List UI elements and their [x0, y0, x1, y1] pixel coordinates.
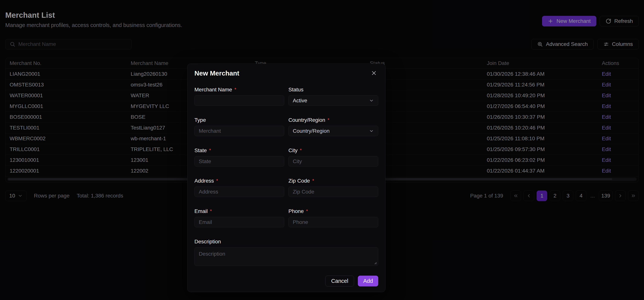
label-text: Merchant Name — [194, 87, 232, 93]
phone-label: Phone * — [288, 208, 378, 214]
label-text: Zip Code — [288, 178, 310, 184]
status-label: Status — [288, 87, 378, 93]
state-label: State * — [194, 148, 284, 153]
city-input[interactable] — [288, 156, 378, 166]
modal-title: New Merchant — [194, 69, 239, 77]
type-input[interactable] — [194, 126, 284, 136]
state-input[interactable] — [194, 156, 284, 166]
country-select[interactable]: Country/Region — [288, 126, 378, 136]
label-text: City — [288, 148, 298, 153]
field-type: Type — [194, 117, 284, 136]
email-input[interactable] — [194, 217, 284, 227]
city-label: City * — [288, 148, 378, 153]
type-label: Type — [194, 117, 284, 123]
email-label: Email * — [194, 208, 284, 214]
modal-header: New Merchant — [194, 69, 378, 78]
phone-input[interactable] — [288, 217, 378, 227]
label-text: Phone — [288, 208, 304, 214]
field-zip: Zip Code * — [288, 178, 378, 197]
label-text: Status — [288, 87, 303, 93]
cancel-button[interactable]: Cancel — [325, 276, 354, 287]
address-label: Address * — [194, 178, 284, 184]
required-asterisk: * — [300, 148, 302, 153]
label-text: Type — [194, 117, 206, 123]
label-text: Address — [194, 178, 214, 184]
description-textarea-wrap — [194, 247, 378, 267]
field-phone: Phone * — [288, 208, 378, 227]
zip-code-input[interactable] — [288, 186, 378, 197]
field-state: State * — [194, 148, 284, 166]
required-asterisk: * — [210, 208, 212, 214]
address-input[interactable] — [194, 186, 284, 197]
status-select-value: Active — [293, 98, 307, 104]
add-button[interactable]: Add — [358, 276, 378, 287]
merchant-name-input[interactable] — [194, 95, 284, 106]
status-select[interactable]: Active — [288, 95, 378, 106]
new-merchant-modal: New Merchant Merchant Name * Status Acti… — [187, 64, 386, 292]
required-asterisk: * — [216, 178, 218, 184]
field-email: Email * — [194, 208, 284, 227]
chevron-down-icon — [369, 98, 374, 103]
label-text: Country/Region — [288, 117, 325, 123]
field-city: City * — [288, 148, 378, 166]
required-asterisk: * — [328, 117, 330, 123]
chevron-down-icon — [369, 129, 374, 134]
field-address: Address * — [194, 178, 284, 197]
description-label: Description — [194, 239, 378, 245]
country-select-value: Country/Region — [293, 128, 330, 134]
country-label: Country/Region * — [288, 117, 378, 123]
label-text: Email — [194, 208, 208, 214]
resize-handle-icon[interactable] — [373, 261, 377, 264]
label-text: Description — [194, 239, 221, 245]
required-asterisk: * — [234, 87, 236, 93]
merchant-name-label: Merchant Name * — [194, 87, 284, 93]
field-merchant-name: Merchant Name * — [194, 87, 284, 106]
required-asterisk: * — [209, 148, 211, 153]
description-textarea[interactable] — [194, 247, 378, 266]
required-asterisk: * — [306, 208, 308, 214]
close-icon[interactable] — [370, 69, 378, 78]
zip-code-label: Zip Code * — [288, 178, 378, 184]
field-description: Description — [194, 239, 378, 267]
label-text: State — [194, 148, 207, 153]
required-asterisk: * — [312, 178, 314, 184]
new-merchant-form: Merchant Name * Status Active Type — [194, 87, 378, 267]
field-country: Country/Region * Country/Region — [288, 117, 378, 136]
field-status: Status Active — [288, 87, 378, 106]
modal-footer: Cancel Add — [194, 276, 378, 287]
